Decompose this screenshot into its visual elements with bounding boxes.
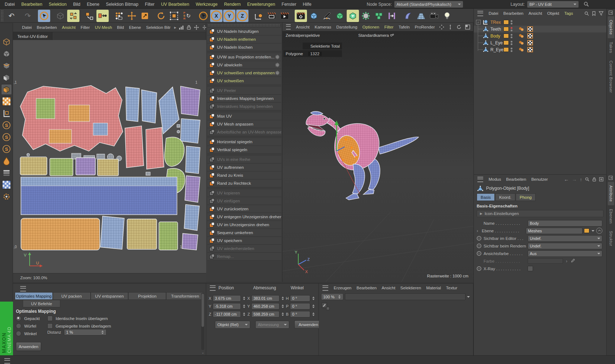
radio-row-winkel[interactable]: Winkel — [16, 331, 37, 336]
checkbox-row-gespiegelte-inseln-überlagern[interactable]: Gespiegelte Inseln überlagern — [47, 323, 111, 329]
angle-h-field[interactable]: 0 ° — [290, 295, 310, 302]
uvw-tag-icon[interactable] — [527, 47, 533, 52]
object-name[interactable]: Teeth — [490, 27, 501, 32]
edge-mode-button[interactable] — [1, 60, 12, 71]
tab-koord[interactable]: Koord. — [495, 193, 515, 201]
viewport-menu-icon[interactable] — [286, 24, 291, 30]
position-x-field[interactable]: 3.675 cm — [213, 295, 241, 302]
uv-editor-tab[interactable]: Textur-UV-Editor — [13, 32, 52, 40]
uv-canvas[interactable]: ,1 1 ,0 1,0 — [13, 40, 206, 273]
mm-menu-selektieren[interactable]: Selektieren — [398, 286, 424, 290]
modeling-cube-button[interactable] — [347, 10, 359, 22]
xray-checkbox[interactable] — [528, 266, 533, 271]
menu-uv-bearbeiten[interactable]: UV Bearbeiten — [158, 2, 192, 7]
material-tag-icon[interactable] — [519, 47, 524, 52]
dock-tab-ebenen[interactable]: Ebenen — [608, 205, 614, 227]
coords-apply-button[interactable]: Anwenden — [294, 320, 322, 329]
uv-command-uv-entgegen-uhrzeigersinn-drehen[interactable]: UV entgegen Uhrzeigersinn drehen — [207, 213, 281, 221]
layer-select[interactable]: Meshes — [526, 228, 582, 234]
lock-x-axis-button[interactable]: X — [210, 10, 222, 22]
tab-projektion[interactable]: Projektion — [128, 292, 166, 300]
material-tag-icon[interactable] — [519, 40, 524, 45]
uv-command-uv-mesh-anpassen[interactable]: UV Mesh anpassen — [207, 120, 281, 128]
om-menu-bearbeiten[interactable]: Bearbeiten — [501, 11, 526, 16]
menu-overflow-icon[interactable]: ▸ — [174, 25, 176, 30]
position-z-field[interactable]: -117.008 cm — [213, 311, 241, 317]
cloner-button[interactable] — [386, 10, 398, 22]
pan-view-icon[interactable] — [439, 25, 444, 30]
light-object-button[interactable] — [441, 10, 453, 22]
generator-cube-button[interactable] — [334, 10, 346, 22]
stepper-arrows[interactable] — [242, 295, 246, 302]
dock-tab-attribute[interactable]: Attribute — [608, 182, 614, 205]
enable-toggle-icon[interactable] — [477, 244, 481, 248]
visibility-dot-editor[interactable] — [511, 34, 512, 36]
tab-basis[interactable]: Basis — [477, 193, 495, 201]
layer-color-chip[interactable] — [503, 20, 509, 25]
snap-settings-button[interactable] — [1, 191, 12, 202]
spline-pen-button[interactable] — [321, 10, 333, 22]
layer-color-chip[interactable] — [503, 40, 509, 45]
uv-menu-ansicht[interactable]: Ansicht — [59, 25, 78, 30]
sichtbar-select[interactable]: Undef. — [528, 235, 602, 242]
live-selection-button[interactable] — [38, 10, 50, 22]
tab-optimales-mapping[interactable]: Optimales Mapping — [15, 292, 53, 300]
expand-arrow-icon[interactable]: › — [566, 259, 567, 264]
chevron-down-icon[interactable] — [467, 296, 470, 298]
toggle-view-icon[interactable] — [465, 25, 470, 30]
menu-fenster[interactable]: Fenster — [278, 2, 300, 7]
material-tag-icon[interactable] — [519, 27, 524, 31]
uv-menu-bild[interactable]: Bild — [114, 25, 126, 30]
uv-command-uv-schweißen[interactable]: UV schweißen — [207, 77, 281, 85]
menu-bearbeiten[interactable]: Bearbeiten — [18, 2, 46, 7]
object-name[interactable]: TRex — [490, 20, 501, 25]
tab-uv-packen[interactable]: UV packen — [53, 292, 91, 300]
distance-field[interactable]: 1 % — [64, 329, 107, 336]
tree-expander-icon[interactable]: − — [476, 20, 481, 25]
uv-command-uv-nadeln-hinzufügen[interactable]: UV-Nadeln hinzufügen — [207, 28, 281, 35]
uv-command-uvw-aus-projektion-erstellen[interactable]: UVW aus Projektion erstellen... — [207, 53, 281, 61]
am-menu-benutzer[interactable]: Benutzer — [529, 177, 550, 181]
angle-p-field[interactable]: 0 ° — [290, 303, 310, 310]
object-name[interactable]: L_Eye — [490, 40, 503, 45]
coord-system-button[interactable] — [252, 10, 265, 22]
layout-select[interactable]: BP - UV Edit — [527, 1, 579, 8]
uv-command-uv-abwickeln[interactable]: UV abwickeln — [207, 61, 281, 69]
visibility-dot-render[interactable] — [511, 30, 512, 31]
expand-arrow-icon[interactable]: › — [477, 228, 482, 233]
stepper-arrows[interactable] — [281, 303, 285, 310]
lock-y-axis-button[interactable]: Y — [223, 10, 235, 22]
dock-tab-objekte[interactable]: Objekte — [608, 16, 614, 38]
visibility-dot-editor[interactable] — [511, 48, 512, 49]
material-zoom-select[interactable]: 100 % — [321, 293, 343, 300]
uv-command-uv-speichern[interactable]: UV speichern — [207, 237, 281, 245]
spline-tool-2-button[interactable]: S — [1, 132, 12, 142]
viewport-menu-optionen[interactable]: Optionen — [360, 25, 382, 29]
dock-icon[interactable] — [608, 176, 613, 180]
am-menu-bearbeiten[interactable]: Bearbeiten — [504, 177, 529, 181]
object-row-r-eye[interactable]: R_Eye — [474, 46, 607, 53]
sichtbar-select[interactable]: Undef. — [528, 243, 602, 249]
uv-menu-filter[interactable]: Filter — [78, 25, 92, 30]
points-mode-button[interactable] — [1, 48, 12, 59]
radio-row-würfel[interactable]: Würfel — [16, 323, 36, 329]
history-forward-icon[interactable]: → — [572, 176, 577, 182]
render-settings-button[interactable] — [295, 10, 307, 22]
radio-würfel[interactable] — [16, 323, 21, 329]
tab-uv-entspannen[interactable]: UV entspannen — [91, 292, 129, 300]
dock-tab-takes[interactable]: Takes — [608, 38, 614, 57]
search-icon[interactable] — [584, 11, 589, 16]
visibility-dot-render[interactable] — [511, 23, 512, 25]
mm-menu-textur[interactable]: Textur — [443, 286, 460, 290]
workplane-mode-button[interactable] — [1, 108, 12, 119]
object-row-body[interactable]: Body — [474, 32, 607, 39]
stepper-arrows[interactable] — [101, 329, 104, 336]
dock-tab-content-browser[interactable]: Content Browser — [608, 57, 614, 96]
coordinates-menu-icon[interactable] — [210, 285, 216, 291]
model-mode-button[interactable] — [54, 10, 66, 22]
polygon-mode-button[interactable] — [1, 72, 12, 83]
size-x-field[interactable]: 383.01 cm — [251, 295, 280, 302]
object-row-teeth[interactable]: Teeth — [474, 26, 607, 32]
uv-command-uv-im-uhrzeigersinn-drehen[interactable]: UV im Uhrzeigersinn drehen — [207, 221, 281, 229]
viewport-3d-area[interactable]: Zentralperspektive Standardkamera Selekt… — [282, 31, 473, 282]
